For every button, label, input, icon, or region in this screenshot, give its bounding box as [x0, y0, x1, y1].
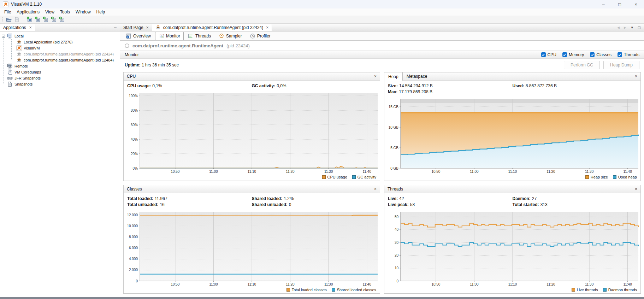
load-snapshot-icon[interactable] [6, 16, 12, 23]
tab-applications-label: Applications [3, 25, 26, 30]
tab-monitor[interactable]: Monitor [155, 32, 184, 40]
checkbox-classes[interactable]: Classes [590, 52, 611, 57]
maximize-view-icon[interactable]: □ [638, 25, 640, 30]
taskbar-edge [0, 297, 644, 299]
add-jfr-snapshot-icon[interactable] [51, 16, 57, 23]
heap-dump-button[interactable]: Heap Dump [603, 61, 639, 69]
uptime-row: Uptime: 1 hrs 36 min 35 sec Perform GC H… [120, 59, 644, 71]
svg-text:11:30: 11:30 [324, 282, 333, 286]
classes-chart: 02.0004.0006.0008.00010.00012.00010:5011… [124, 209, 380, 286]
doc-tab-start-page[interactable]: Start Page× [120, 24, 152, 31]
tab-profiler[interactable]: Profiler [246, 32, 274, 40]
perform-gc-button[interactable]: Perform GC [564, 61, 600, 69]
jfr-snapshots-icon [7, 75, 13, 81]
close-icon[interactable]: × [632, 185, 640, 193]
legend-color-swatch [352, 175, 356, 179]
document-tab-row: Start Page×com.datprof.runtime.agent.Run… [120, 24, 644, 31]
svg-text:10:50: 10:50 [431, 170, 440, 174]
svg-text:11:20: 11:20 [286, 170, 295, 174]
application-header: com.datprof.runtime.agent.RuntimeAgent (… [120, 41, 644, 51]
menu-window[interactable]: Window [73, 9, 94, 15]
tree-item-com-datprof-runtime-agent-runtimeagent-pid-12484[interactable]: com.datprof.runtime.agent.RuntimeAgent (… [0, 57, 120, 63]
tree-item-vm-coredumps[interactable]: VM Coredumps [0, 69, 120, 75]
add-remote-host-icon[interactable] [26, 16, 33, 23]
stat-cpu-usage: CPU usage:0,1% [127, 83, 252, 89]
coredumps-icon [7, 69, 13, 75]
svg-text:11:10: 11:10 [248, 170, 256, 174]
tree-item-label: Remote [14, 64, 28, 68]
close-icon[interactable]: × [146, 25, 149, 30]
close-icon[interactable]: × [632, 72, 640, 80]
menu-view[interactable]: View [42, 9, 57, 15]
checkbox-label: Classes [596, 52, 611, 57]
add-vm-coredump-icon[interactable] [42, 16, 49, 23]
tabs-dropdown-icon[interactable]: ▼ [631, 26, 634, 29]
save-snapshot-icon[interactable] [14, 16, 20, 23]
application-name: com.datprof.runtime.agent.RuntimeAgent [132, 43, 223, 48]
tree-item-local[interactable]: Local [0, 33, 120, 39]
svg-text:80%: 80% [131, 109, 138, 112]
profiler-icon [250, 33, 255, 39]
legend-label: Heap size [591, 175, 608, 179]
tree-item-visualvm[interactable]: VisualVM [0, 45, 120, 51]
menu-file[interactable]: File [1, 9, 14, 15]
maximize-button[interactable]: □ [611, 0, 628, 8]
java-app-icon [16, 57, 22, 63]
tab-sampler[interactable]: Sampler [215, 32, 246, 40]
tab-threads[interactable]: Threads [184, 32, 214, 40]
tree-item-remote[interactable]: Remote [0, 63, 120, 69]
java-app-icon [155, 25, 161, 30]
svg-text:6.000: 6.000 [129, 246, 138, 250]
visualvm-icon [16, 45, 22, 51]
tree-item-jfr-snapshots[interactable]: JFR Snapshots [0, 75, 120, 81]
close-icon[interactable]: × [371, 185, 380, 193]
svg-text:11:00: 11:00 [470, 282, 479, 286]
applications-tree: LocalLocal Application (pid 27276)Visual… [0, 31, 120, 297]
svg-text:11:20: 11:20 [286, 282, 295, 286]
legend-gc-activity: GC activity [352, 175, 376, 179]
tree-item-com-datprof-runtime-agent-runtimeagent-pid-22424[interactable]: com.datprof.runtime.agent.RuntimeAgent (… [0, 51, 120, 57]
tabs-scroll-right-icon[interactable]: ▶ [624, 26, 626, 29]
menu-help[interactable]: Help [94, 9, 108, 15]
add-snapshot-icon[interactable] [59, 16, 65, 23]
close-button[interactable]: × [628, 0, 644, 8]
monitor-icon [159, 33, 164, 39]
uptime-label: Uptime: [125, 63, 141, 68]
menu-tools[interactable]: Tools [57, 9, 73, 15]
sidebar-minimize-button[interactable]: – [111, 24, 120, 31]
tab-heap[interactable]: Heap [384, 72, 403, 81]
tree-item-label: Local [14, 34, 24, 38]
tree-item-label: JFR Snapshots [14, 76, 41, 80]
tree-item-snapshots[interactable]: Snapshots [0, 81, 120, 87]
close-icon[interactable]: × [266, 25, 268, 30]
tab-metaspace[interactable]: Metaspace [403, 72, 431, 80]
svg-text:11:40: 11:40 [623, 282, 632, 286]
menu-applications[interactable]: Applications [14, 9, 42, 15]
tree-guide [11, 39, 12, 60]
uptime-value: 1 hrs 36 min 35 sec [142, 63, 179, 68]
svg-text:20%: 20% [131, 152, 138, 156]
tree-item-label: com.datprof.runtime.agent.RuntimeAgent (… [24, 52, 114, 56]
tree-item-local-application-pid-27276[interactable]: Local Application (pid 27276) [0, 39, 120, 45]
close-icon[interactable]: × [371, 72, 380, 80]
legend-color-swatch [585, 175, 589, 179]
minimize-button[interactable]: – [595, 0, 611, 8]
checkbox-memory[interactable]: Memory [562, 52, 584, 57]
legend-live-threads: Live threads [572, 288, 598, 292]
tree-guide [4, 78, 7, 78]
doc-tab-runtime-agent[interactable]: com.datprof.runtime.agent.RuntimeAgent (… [152, 24, 272, 31]
close-icon[interactable]: × [29, 25, 32, 30]
svg-text:11:00: 11:00 [470, 170, 479, 174]
checkbox-cpu[interactable]: CPU [541, 52, 556, 57]
add-jmx-connection-icon[interactable] [34, 16, 41, 23]
legend-label: Live threads [577, 288, 598, 292]
checkbox-icon [618, 52, 622, 57]
tab-applications[interactable]: Applications × [0, 24, 35, 31]
checkbox-threads[interactable]: Threads [618, 52, 639, 57]
tree-guide [4, 72, 7, 72]
legend-color-swatch [603, 288, 607, 292]
tree-guide [4, 36, 4, 84]
tabs-scroll-left-icon[interactable]: ◀ [617, 26, 620, 29]
tab-overview[interactable]: Overview [122, 32, 154, 40]
sidebar-tab-row: Applications × – [0, 24, 120, 31]
